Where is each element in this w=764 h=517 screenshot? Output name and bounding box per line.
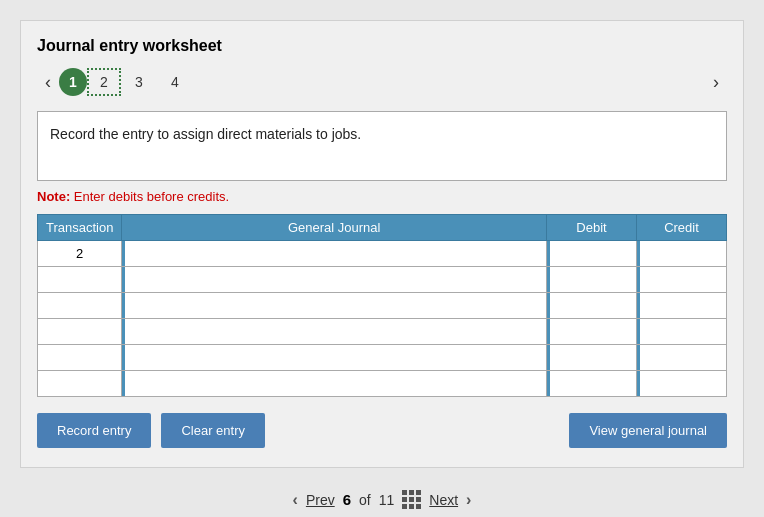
- credit-input-4[interactable]: [637, 345, 726, 370]
- debit-cell-2[interactable]: [547, 293, 637, 319]
- tab-2[interactable]: 2: [87, 68, 121, 96]
- journal-cell-5[interactable]: [122, 371, 547, 397]
- credit-input-2[interactable]: [637, 293, 726, 318]
- table-row: [38, 371, 727, 397]
- pagination-prev-arrow[interactable]: ‹: [293, 491, 298, 509]
- credit-cell-1[interactable]: [637, 267, 727, 293]
- table-row: [38, 319, 727, 345]
- clear-entry-button[interactable]: Clear entry: [161, 413, 265, 448]
- journal-input-5[interactable]: [122, 371, 546, 396]
- journal-input-0[interactable]: [122, 241, 546, 266]
- journal-cell-3[interactable]: [122, 319, 547, 345]
- journal-input-1[interactable]: [122, 267, 546, 292]
- credit-cell-5[interactable]: [637, 371, 727, 397]
- tab-next-arrow[interactable]: ›: [705, 70, 727, 95]
- credit-input-5[interactable]: [637, 371, 726, 396]
- journal-input-3[interactable]: [122, 319, 546, 344]
- instruction-text: Record the entry to assign direct materi…: [50, 126, 361, 142]
- debit-input-0[interactable]: [547, 241, 636, 266]
- current-page: 6: [343, 491, 351, 508]
- note-body: Enter debits before credits.: [70, 189, 229, 204]
- credit-cell-0[interactable]: [637, 241, 727, 267]
- tab-1[interactable]: 1: [59, 68, 87, 96]
- col-header-transaction: Transaction: [38, 215, 122, 241]
- debit-input-2[interactable]: [547, 293, 636, 318]
- tab-navigation: ‹ 1 2 3 4 ›: [37, 67, 727, 97]
- note-label: Note:: [37, 189, 70, 204]
- buttons-row: Record entry Clear entry View general jo…: [37, 413, 727, 448]
- tab-3[interactable]: 3: [121, 67, 157, 97]
- view-general-journal-button[interactable]: View general journal: [569, 413, 727, 448]
- credit-input-3[interactable]: [637, 319, 726, 344]
- table-row: [38, 267, 727, 293]
- debit-input-5[interactable]: [547, 371, 636, 396]
- journal-cell-0[interactable]: [122, 241, 547, 267]
- credit-cell-2[interactable]: [637, 293, 727, 319]
- credit-input-0[interactable]: [637, 241, 726, 266]
- pagination-next-link[interactable]: Next: [429, 492, 458, 508]
- credit-cell-3[interactable]: [637, 319, 727, 345]
- credit-input-1[interactable]: [637, 267, 726, 292]
- credit-cell-4[interactable]: [637, 345, 727, 371]
- transaction-cell-1: [38, 267, 122, 293]
- debit-cell-4[interactable]: [547, 345, 637, 371]
- bottom-pagination: ‹ Prev 6 of 11 Next ›: [0, 478, 764, 517]
- note-area: Note: Enter debits before credits.: [37, 189, 727, 204]
- journal-input-2[interactable]: [122, 293, 546, 318]
- main-panel: Journal entry worksheet ‹ 1 2 3 4 › Reco…: [20, 20, 744, 468]
- col-header-credit: Credit: [637, 215, 727, 241]
- debit-input-3[interactable]: [547, 319, 636, 344]
- transaction-cell-3: [38, 319, 122, 345]
- transaction-cell-0: 2: [38, 241, 122, 267]
- record-entry-button[interactable]: Record entry: [37, 413, 151, 448]
- total-pages: 11: [379, 492, 395, 508]
- of-label: of: [359, 492, 371, 508]
- col-header-journal: General Journal: [122, 215, 547, 241]
- tab-prev-arrow[interactable]: ‹: [37, 70, 59, 95]
- grid-icon[interactable]: [402, 490, 421, 509]
- tab-4[interactable]: 4: [157, 67, 193, 97]
- outer-container: Journal entry worksheet ‹ 1 2 3 4 › Reco…: [0, 0, 764, 517]
- debit-cell-1[interactable]: [547, 267, 637, 293]
- journal-cell-1[interactable]: [122, 267, 547, 293]
- pagination-next-arrow[interactable]: ›: [466, 491, 471, 509]
- table-row: 2: [38, 241, 727, 267]
- debit-input-4[interactable]: [547, 345, 636, 370]
- transaction-cell-4: [38, 345, 122, 371]
- journal-table: Transaction General Journal Debit Credit…: [37, 214, 727, 397]
- transaction-cell-5: [38, 371, 122, 397]
- journal-input-4[interactable]: [122, 345, 546, 370]
- instruction-box: Record the entry to assign direct materi…: [37, 111, 727, 181]
- table-row: [38, 345, 727, 371]
- journal-cell-2[interactable]: [122, 293, 547, 319]
- pagination-prev-link[interactable]: Prev: [306, 492, 335, 508]
- table-row: [38, 293, 727, 319]
- debit-cell-0[interactable]: [547, 241, 637, 267]
- debit-cell-3[interactable]: [547, 319, 637, 345]
- journal-cell-4[interactable]: [122, 345, 547, 371]
- transaction-cell-2: [38, 293, 122, 319]
- debit-input-1[interactable]: [547, 267, 636, 292]
- debit-cell-5[interactable]: [547, 371, 637, 397]
- col-header-debit: Debit: [547, 215, 637, 241]
- page-title: Journal entry worksheet: [37, 37, 727, 55]
